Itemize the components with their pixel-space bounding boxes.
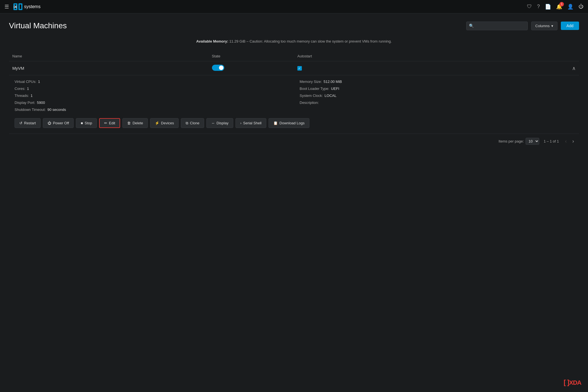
help-icon[interactable]: ? [537,4,540,10]
sysclock-value: LOCAL [325,94,337,98]
delete-button[interactable]: 🗑 Delete [122,118,148,128]
detail-cores: Cores: 1 [15,86,288,92]
power-off-button[interactable]: ⏻ Power Off [43,118,74,128]
display-icon: ↔ [211,121,215,125]
search-wrapper: 🔍 [466,22,528,30]
display-button[interactable]: ↔ Display [206,118,233,128]
bootloader-value: UEFI [331,87,339,91]
power-off-label: Power Off [53,121,69,125]
action-buttons: ↺ Restart ⏻ Power Off ■ Stop [15,118,573,128]
vm-details-cell: Virtual CPUs: 1 Memory Size: 512.00 MiB … [9,75,579,134]
description-label: Description: [300,101,319,105]
vm-details-row: Virtual CPUs: 1 Memory Size: 512.00 MiB … [9,75,579,134]
shutdown-label: Shutdown Timeout: [15,108,46,112]
delete-label: Delete [132,121,143,125]
download-logs-label: Download Logs [279,121,305,125]
pagination-range: 1 – 1 of 1 [544,139,559,143]
search-input[interactable] [466,22,528,30]
prev-page-button[interactable]: ‹ [563,138,568,145]
clone-label: Clone [190,121,199,125]
svg-text:iX: iX [14,5,17,9]
nav-right: 🛡 ? 📄 🔔 1 👤 ⏻ [527,4,584,10]
chevron-down-icon: ▾ [551,24,553,28]
page-title: Virtual Machines [9,21,67,30]
svg-rect-3 [20,4,21,9]
vm-table: Name State Autostart MyVM ∧ [9,51,579,134]
restart-button[interactable]: ↺ Restart [15,118,41,128]
detail-sysclock: System Clock: LOCAL [300,93,573,99]
items-per-page-label: Items per page: [498,139,524,143]
memory-value: 11.29 GiB [229,39,246,43]
top-navigation: ☰ iX systems 🛡 ? 📄 🔔 1 👤 ⏻ [0,0,588,13]
memory-warning: Available Memory: 11.29 GiB – Caution: A… [9,37,579,46]
document-icon[interactable]: 📄 [545,4,551,10]
vm-name-cell: MyVM [9,61,209,75]
detail-shutdown: Shutdown Timeout: 90 seconds [15,107,288,113]
vm-details-grid: Virtual CPUs: 1 Memory Size: 512.00 MiB … [15,79,573,113]
clone-button[interactable]: ⧉ Clone [181,118,204,128]
detail-bootloader: Boot Loader Type: UEFI [300,86,573,92]
serial-shell-icon: › [240,121,241,125]
devices-label: Devices [161,121,174,125]
table-body: MyVM ∧ Virtual CPUs: [9,61,579,134]
clone-icon: ⧉ [186,121,188,125]
detail-memory: Memory Size: 512.00 MiB [300,79,573,85]
notification-icon[interactable]: 🔔 1 [556,4,562,10]
shield-icon[interactable]: 🛡 [527,4,532,10]
vm-expand-cell: ∧ [379,61,579,75]
download-logs-icon: 📋 [273,121,278,125]
user-icon[interactable]: 👤 [567,4,573,10]
vm-autostart-checkbox[interactable] [297,66,302,71]
edit-icon: ✏ [104,121,107,125]
bootloader-label: Boot Loader Type: [300,87,329,91]
columns-label: Columns [535,24,550,28]
col-autostart: Autostart [294,51,379,61]
threads-value: 1 [31,94,32,98]
cores-value: 1 [27,87,29,91]
download-logs-button[interactable]: 📋 Download Logs [269,118,309,128]
table-row: MyVM ∧ [9,61,579,75]
display-label: Display [216,121,228,125]
pagination-nav: ‹ › [563,138,576,145]
add-button[interactable]: Add [561,22,579,30]
power-off-icon: ⏻ [48,121,51,125]
vm-state-toggle[interactable] [212,65,224,71]
shutdown-value: 90 seconds [47,108,66,112]
vcpu-label: Virtual CPUs: [15,80,36,84]
stop-icon: ■ [81,121,83,125]
col-name: Name [9,51,209,61]
hamburger-icon[interactable]: ☰ [4,4,9,10]
serial-shell-button[interactable]: › Serial Shell [235,118,266,128]
notification-badge: 1 [559,2,564,6]
next-page-button[interactable]: › [571,138,576,145]
displayport-label: Display Port: [15,101,35,105]
power-icon[interactable]: ⏻ [578,4,584,10]
main-content: Virtual Machines 🔍 Columns ▾ Add Availab… [0,13,588,157]
detail-threads: Threads: 1 [15,93,288,99]
detail-description: Description: [300,100,573,106]
columns-button[interactable]: Columns ▾ [531,22,557,30]
items-per-page-select[interactable]: 10 25 50 [526,138,539,145]
col-state: State [209,51,294,61]
header-actions: 🔍 Columns ▾ Add [466,22,579,30]
memory-caution: Caution: Allocating too much memory can … [249,39,392,43]
detail-displayport: Display Port: 5900 [15,100,288,106]
col-actions [379,51,579,61]
cores-label: Cores: [15,87,25,91]
vm-autostart-cell [294,61,379,75]
pagination-info: Items per page: 10 25 50 [498,138,539,145]
devices-button[interactable]: ⚡ Devices [150,118,179,128]
page-header: Virtual Machines 🔍 Columns ▾ Add [9,21,579,30]
table-header: Name State Autostart [9,51,579,61]
displayport-value: 5900 [37,101,45,105]
pagination: Items per page: 10 25 50 1 – 1 of 1 ‹ › [9,134,579,149]
vcpu-value: 1 [38,80,40,84]
delete-icon: 🗑 [127,121,131,125]
memory-size-value: 512.00 MiB [323,80,342,84]
edit-button[interactable]: ✏ Edit [99,118,120,128]
stop-button[interactable]: ■ Stop [76,118,97,128]
stop-label: Stop [85,121,92,125]
vm-name: MyVM [12,66,24,71]
detail-virtual-cpus: Virtual CPUs: 1 [15,79,288,85]
vm-expand-button[interactable]: ∧ [572,65,576,71]
